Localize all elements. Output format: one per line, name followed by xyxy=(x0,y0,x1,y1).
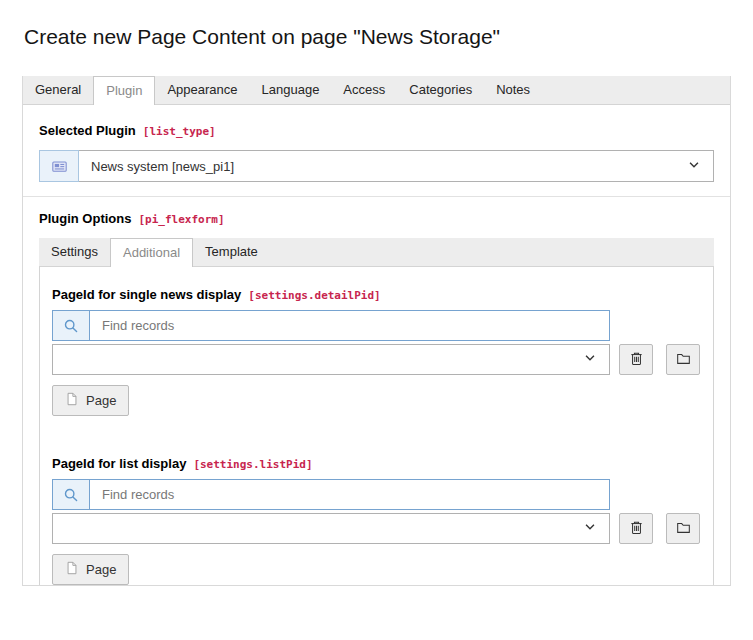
search-icon[interactable] xyxy=(53,480,90,509)
tab-categories[interactable]: Categories xyxy=(397,76,484,104)
delete-record-button[interactable] xyxy=(619,513,653,544)
detail-pid-search-group xyxy=(52,310,610,341)
tab-plugin[interactable]: Plugin xyxy=(93,76,155,105)
browse-records-button[interactable] xyxy=(666,344,700,375)
plugin-options-label: Plugin Options[pi_flexform] xyxy=(39,211,714,228)
page-icon xyxy=(65,392,79,409)
trash-icon xyxy=(629,520,644,538)
page-button-label: Page xyxy=(86,393,116,408)
chevron-down-icon xyxy=(687,158,701,175)
folder-icon xyxy=(676,351,691,369)
detail-pid-label-text: PageId for single news display xyxy=(52,287,241,302)
browse-records-button[interactable] xyxy=(666,513,700,544)
list-pid-field-code: [settings.listPid] xyxy=(193,458,312,471)
flexform-tab-strip: Settings Additional Template xyxy=(39,238,714,267)
selected-plugin-field-code: [list_type] xyxy=(143,125,216,138)
list-pid-search-input[interactable] xyxy=(90,480,609,509)
page-title: Create new Page Content on page "News St… xyxy=(24,24,729,50)
tab-access[interactable]: Access xyxy=(331,76,397,104)
newspaper-icon xyxy=(39,150,79,182)
detail-pid-label: PageId for single news display[settings.… xyxy=(52,287,701,304)
page-button-label: Page xyxy=(86,562,116,577)
selected-plugin-select[interactable]: News system [news_pi1] xyxy=(79,150,714,182)
chevron-down-icon xyxy=(583,520,597,537)
tab-notes[interactable]: Notes xyxy=(484,76,542,104)
subtab-settings[interactable]: Settings xyxy=(39,238,110,266)
list-pid-search-group xyxy=(52,479,610,510)
flexform-additional-panel: PageId for single news display[settings.… xyxy=(39,267,714,585)
main-tab-strip: General Plugin Appearance Language Acces… xyxy=(23,76,730,105)
plugin-options-fieldset: Plugin Options[pi_flexform] Settings Add… xyxy=(23,197,730,585)
tab-general[interactable]: General xyxy=(23,76,93,104)
list-pid-select-row xyxy=(52,513,701,544)
selected-plugin-select-group: News system [news_pi1] xyxy=(39,150,714,182)
field-list-pid: PageId for list display[settings.listPid… xyxy=(52,456,701,585)
detail-pid-select-row xyxy=(52,344,701,375)
selected-plugin-fieldset: Selected Plugin[list_type] News system [… xyxy=(23,105,730,197)
subtab-additional[interactable]: Additional xyxy=(110,238,193,267)
page-button[interactable]: Page xyxy=(52,385,129,416)
trash-icon xyxy=(629,351,644,369)
list-pid-label: PageId for list display[settings.listPid… xyxy=(52,456,701,473)
folder-icon xyxy=(676,520,691,538)
chevron-down-icon xyxy=(583,351,597,368)
search-icon[interactable] xyxy=(53,311,90,340)
detail-pid-field-code: [settings.detailPid] xyxy=(248,289,380,302)
page-icon xyxy=(65,561,79,578)
record-edit-form: General Plugin Appearance Language Acces… xyxy=(22,76,731,586)
page-button[interactable]: Page xyxy=(52,554,129,585)
selected-plugin-label-text: Selected Plugin xyxy=(39,123,136,138)
selected-plugin-label: Selected Plugin[list_type] xyxy=(39,123,714,140)
tab-language[interactable]: Language xyxy=(250,76,332,104)
list-pid-record-select[interactable] xyxy=(52,513,610,544)
field-detail-pid: PageId for single news display[settings.… xyxy=(52,287,701,416)
detail-pid-record-select[interactable] xyxy=(52,344,610,375)
subtab-template[interactable]: Template xyxy=(193,238,270,266)
selected-plugin-value: News system [news_pi1] xyxy=(91,159,234,174)
plugin-options-label-text: Plugin Options xyxy=(39,211,131,226)
detail-pid-search-input[interactable] xyxy=(90,311,609,340)
tab-appearance[interactable]: Appearance xyxy=(155,76,249,104)
delete-record-button[interactable] xyxy=(619,344,653,375)
plugin-options-field-code: [pi_flexform] xyxy=(138,213,224,226)
list-pid-label-text: PageId for list display xyxy=(52,456,186,471)
